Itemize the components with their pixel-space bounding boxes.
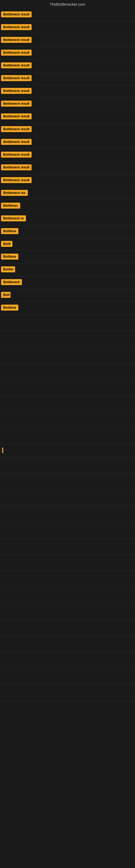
small-indicator-row — [0, 445, 135, 457]
bottleneck-result-badge[interactable]: Bottleneck result — [1, 75, 32, 81]
bottleneck-result-badge[interactable]: Bott — [1, 292, 10, 298]
list-item: Bottleneck result — [0, 123, 135, 136]
bottleneck-result-badge[interactable]: Bottleneck result — [1, 50, 32, 56]
bottleneck-result-badge[interactable]: Bottleneck — [1, 279, 22, 285]
list-item: Bottlene — [0, 225, 135, 238]
bottleneck-result-badge[interactable]: Bottleneck result — [1, 88, 32, 94]
bottleneck-result-badge[interactable]: Bottlene — [1, 228, 18, 234]
empty-row — [0, 669, 135, 685]
list-item: Bottleneck result — [0, 98, 135, 111]
bottleneck-result-badge[interactable]: Bottl — [1, 241, 12, 247]
list-item: Bottleneck result — [0, 149, 135, 162]
empty-row — [0, 331, 135, 347]
empty-row — [0, 603, 135, 620]
site-title: TheBottlenecker.com — [0, 0, 135, 9]
list-item: Bottleneck result — [0, 47, 135, 60]
bottleneck-result-badge[interactable]: Bottleneck res — [1, 190, 28, 196]
empty-row — [0, 538, 135, 555]
empty-row — [0, 380, 135, 396]
empty-row — [0, 364, 135, 380]
list-item: Bottl — [0, 238, 135, 251]
list-item: Bott — [0, 289, 135, 302]
empty-row — [0, 412, 135, 429]
bottleneck-result-badge[interactable]: Bottlenec — [1, 203, 20, 209]
empty-row — [0, 587, 135, 603]
empty-row — [0, 652, 135, 669]
empty-row — [0, 473, 135, 490]
empty-row — [0, 457, 135, 473]
list-item: Bottleneck result — [0, 175, 135, 187]
bottleneck-result-badge[interactable]: Bottleneck result — [1, 139, 32, 145]
list-item: Bottleneck result — [0, 22, 135, 34]
bottleneck-result-badge[interactable]: Bottleneck result — [1, 152, 32, 158]
bottleneck-result-badge[interactable]: Bottleneck result — [1, 11, 32, 18]
list-item: Bottleneck result — [0, 111, 135, 123]
bottleneck-result-badge[interactable]: Bottleneck result — [1, 113, 32, 119]
list-item: Bottlenec — [0, 200, 135, 213]
empty-row — [0, 396, 135, 412]
list-item: Bottlene — [0, 302, 135, 315]
bottleneck-result-badge[interactable]: Bottlene — [1, 254, 18, 259]
list-item: Bottleneck result — [0, 72, 135, 85]
list-item: Bottleneck — [0, 276, 135, 289]
bottleneck-result-badge[interactable]: Bottleneck result — [1, 24, 32, 30]
bottleneck-result-badge[interactable]: Bottler — [1, 267, 15, 272]
empty-row — [0, 429, 135, 445]
list-item: Bottleneck result — [0, 9, 135, 22]
list-item: Bottler — [0, 264, 135, 276]
list-item: Bottleneck result — [0, 136, 135, 149]
empty-row — [0, 571, 135, 587]
list-item: Bottleneck res — [0, 187, 135, 200]
empty-row — [0, 506, 135, 522]
list-item: Bottleneck result — [0, 85, 135, 98]
empty-row — [0, 636, 135, 652]
empty-row — [0, 522, 135, 538]
empty-row — [0, 315, 135, 331]
small-indicator — [2, 447, 3, 453]
list-item: Bottleneck re — [0, 213, 135, 225]
empty-row — [0, 347, 135, 364]
list-item: Bottlene — [0, 251, 135, 264]
list-item: Bottleneck result — [0, 162, 135, 175]
empty-row — [0, 685, 135, 701]
list-item: Bottleneck result — [0, 34, 135, 47]
bottleneck-result-badge[interactable]: Bottleneck result — [1, 164, 32, 170]
bottleneck-result-badge[interactable]: Bottleneck result — [1, 101, 32, 106]
empty-row — [0, 620, 135, 636]
bottleneck-result-badge[interactable]: Bottleneck result — [1, 62, 32, 68]
bottleneck-result-badge[interactable]: Bottleneck result — [1, 177, 32, 183]
bottleneck-result-badge[interactable]: Bottleneck re — [1, 215, 26, 221]
empty-row — [0, 555, 135, 571]
bottleneck-result-badge[interactable]: Bottlene — [1, 305, 18, 311]
empty-row — [0, 490, 135, 506]
list-item: Bottleneck result — [0, 60, 135, 72]
bottleneck-result-badge[interactable]: Bottleneck result — [1, 126, 32, 132]
bottleneck-result-badge[interactable]: Bottleneck result — [1, 37, 32, 43]
